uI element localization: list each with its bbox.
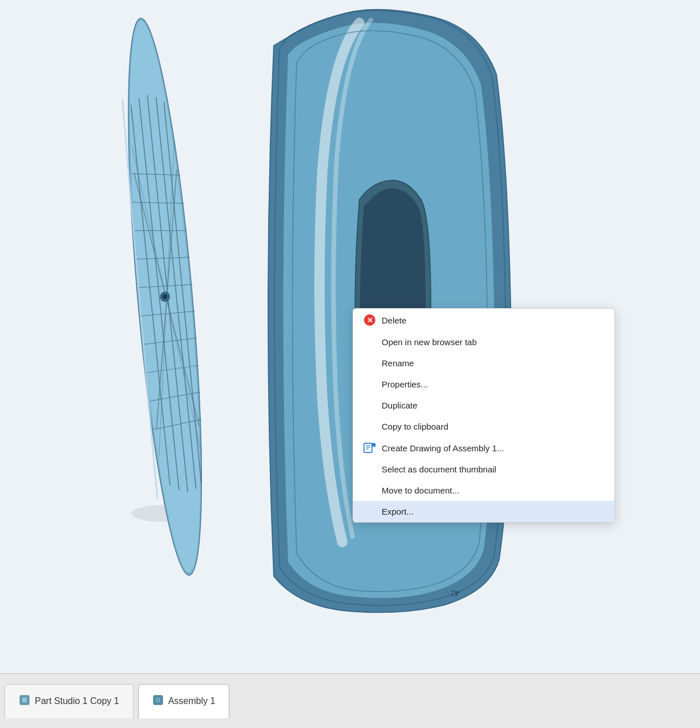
tab-assembly-1[interactable]: Assembly 1 bbox=[138, 684, 230, 718]
tab-assembly-1-label: Assembly 1 bbox=[168, 696, 216, 706]
context-menu-item-open-new-tab[interactable]: Open in new browser tab bbox=[353, 331, 614, 353]
context-menu-item-copy-clipboard[interactable]: Copy to clipboard bbox=[353, 416, 614, 437]
context-menu: ✕ Delete Open in new browser tab Rename … bbox=[353, 308, 615, 523]
select-thumbnail-label: Select as document thumbnail bbox=[382, 464, 604, 474]
delete-label: Delete bbox=[382, 316, 604, 325]
tab-bar: Part Studio 1 Copy 1 Assembly 1 bbox=[0, 673, 700, 728]
tab-part-studio-copy-label: Part Studio 1 Copy 1 bbox=[35, 696, 119, 706]
export-label: Export... bbox=[382, 507, 604, 516]
assembly-tab-icon bbox=[152, 694, 164, 709]
context-menu-item-move-document[interactable]: Move to document... bbox=[353, 480, 614, 501]
svg-rect-26 bbox=[364, 443, 372, 452]
context-menu-item-export[interactable]: Export... bbox=[353, 501, 614, 522]
context-menu-item-create-drawing[interactable]: + Create Drawing of Assembly 1... bbox=[353, 437, 614, 459]
move-document-label: Move to document... bbox=[382, 486, 604, 495]
properties-label: Properties... bbox=[382, 379, 604, 389]
part-studio-tab-icon bbox=[19, 694, 30, 709]
svg-point-36 bbox=[157, 699, 159, 701]
open-new-tab-label: Open in new browser tab bbox=[382, 337, 604, 347]
context-menu-item-select-thumbnail[interactable]: Select as document thumbnail bbox=[353, 459, 614, 480]
tab-part-studio-copy[interactable]: Part Studio 1 Copy 1 bbox=[5, 684, 133, 718]
svg-rect-33 bbox=[22, 697, 27, 703]
create-drawing-label: Create Drawing of Assembly 1... bbox=[382, 443, 604, 453]
copy-clipboard-label: Copy to clipboard bbox=[382, 422, 604, 431]
context-menu-item-properties[interactable]: Properties... bbox=[353, 374, 614, 395]
context-menu-item-delete[interactable]: ✕ Delete bbox=[353, 309, 614, 331]
context-menu-item-rename[interactable]: Rename bbox=[353, 353, 614, 374]
delete-icon: ✕ bbox=[363, 314, 376, 326]
context-menu-item-duplicate[interactable]: Duplicate bbox=[353, 395, 614, 416]
rename-label: Rename bbox=[382, 358, 604, 368]
duplicate-label: Duplicate bbox=[382, 401, 604, 410]
svg-text:+: + bbox=[373, 444, 374, 447]
create-drawing-icon: + bbox=[363, 443, 376, 453]
